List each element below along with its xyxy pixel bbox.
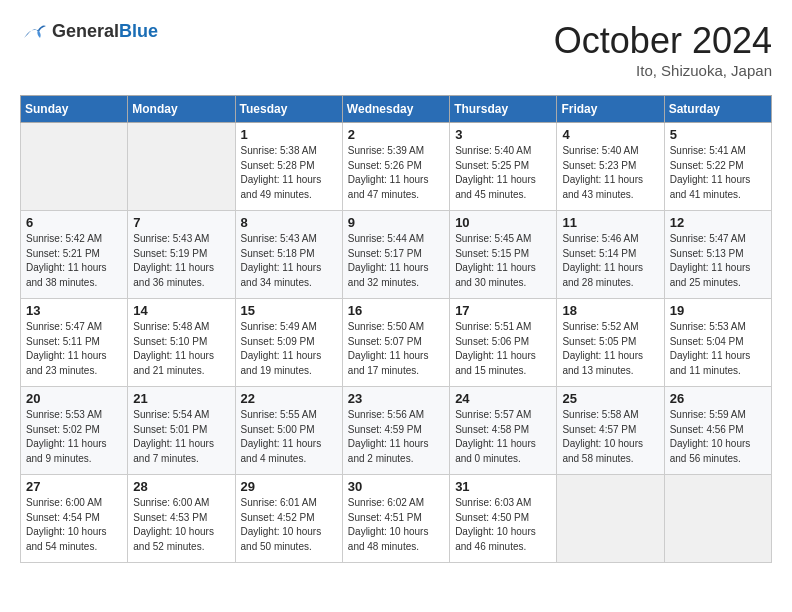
calendar-body: 1Sunrise: 5:38 AM Sunset: 5:28 PM Daylig… — [21, 123, 772, 563]
day-number: 15 — [241, 303, 337, 318]
calendar-week-row: 6Sunrise: 5:42 AM Sunset: 5:21 PM Daylig… — [21, 211, 772, 299]
calendar-header: SundayMondayTuesdayWednesdayThursdayFrid… — [21, 96, 772, 123]
calendar-cell: 2Sunrise: 5:39 AM Sunset: 5:26 PM Daylig… — [342, 123, 449, 211]
day-info: Sunrise: 5:49 AM Sunset: 5:09 PM Dayligh… — [241, 320, 337, 378]
day-info: Sunrise: 5:47 AM Sunset: 5:13 PM Dayligh… — [670, 232, 766, 290]
day-info: Sunrise: 5:43 AM Sunset: 5:19 PM Dayligh… — [133, 232, 229, 290]
calendar-cell — [664, 475, 771, 563]
calendar-cell: 6Sunrise: 5:42 AM Sunset: 5:21 PM Daylig… — [21, 211, 128, 299]
weekday-header-tuesday: Tuesday — [235, 96, 342, 123]
title-block: October 2024 Ito, Shizuoka, Japan — [554, 20, 772, 79]
calendar-cell: 8Sunrise: 5:43 AM Sunset: 5:18 PM Daylig… — [235, 211, 342, 299]
calendar-cell: 7Sunrise: 5:43 AM Sunset: 5:19 PM Daylig… — [128, 211, 235, 299]
calendar-cell: 28Sunrise: 6:00 AM Sunset: 4:53 PM Dayli… — [128, 475, 235, 563]
day-info: Sunrise: 5:38 AM Sunset: 5:28 PM Dayligh… — [241, 144, 337, 202]
day-info: Sunrise: 5:58 AM Sunset: 4:57 PM Dayligh… — [562, 408, 658, 466]
day-number: 22 — [241, 391, 337, 406]
calendar-cell — [557, 475, 664, 563]
day-info: Sunrise: 5:56 AM Sunset: 4:59 PM Dayligh… — [348, 408, 444, 466]
logo: GeneralBlue — [20, 20, 158, 42]
day-info: Sunrise: 5:51 AM Sunset: 5:06 PM Dayligh… — [455, 320, 551, 378]
day-info: Sunrise: 5:43 AM Sunset: 5:18 PM Dayligh… — [241, 232, 337, 290]
weekday-header-monday: Monday — [128, 96, 235, 123]
calendar-cell: 13Sunrise: 5:47 AM Sunset: 5:11 PM Dayli… — [21, 299, 128, 387]
weekday-header-thursday: Thursday — [450, 96, 557, 123]
page-header: GeneralBlue October 2024 Ito, Shizuoka, … — [20, 20, 772, 79]
day-number: 5 — [670, 127, 766, 142]
calendar-cell: 14Sunrise: 5:48 AM Sunset: 5:10 PM Dayli… — [128, 299, 235, 387]
day-info: Sunrise: 5:54 AM Sunset: 5:01 PM Dayligh… — [133, 408, 229, 466]
day-info: Sunrise: 6:03 AM Sunset: 4:50 PM Dayligh… — [455, 496, 551, 554]
day-info: Sunrise: 5:48 AM Sunset: 5:10 PM Dayligh… — [133, 320, 229, 378]
day-number: 25 — [562, 391, 658, 406]
calendar-cell: 22Sunrise: 5:55 AM Sunset: 5:00 PM Dayli… — [235, 387, 342, 475]
day-number: 2 — [348, 127, 444, 142]
day-number: 3 — [455, 127, 551, 142]
day-number: 30 — [348, 479, 444, 494]
day-number: 7 — [133, 215, 229, 230]
calendar-cell: 27Sunrise: 6:00 AM Sunset: 4:54 PM Dayli… — [21, 475, 128, 563]
calendar-cell: 26Sunrise: 5:59 AM Sunset: 4:56 PM Dayli… — [664, 387, 771, 475]
day-number: 24 — [455, 391, 551, 406]
day-number: 9 — [348, 215, 444, 230]
calendar-table: SundayMondayTuesdayWednesdayThursdayFrid… — [20, 95, 772, 563]
day-info: Sunrise: 5:57 AM Sunset: 4:58 PM Dayligh… — [455, 408, 551, 466]
calendar-cell — [21, 123, 128, 211]
weekday-header-wednesday: Wednesday — [342, 96, 449, 123]
day-info: Sunrise: 5:41 AM Sunset: 5:22 PM Dayligh… — [670, 144, 766, 202]
calendar-cell: 10Sunrise: 5:45 AM Sunset: 5:15 PM Dayli… — [450, 211, 557, 299]
day-number: 29 — [241, 479, 337, 494]
day-number: 12 — [670, 215, 766, 230]
calendar-cell: 15Sunrise: 5:49 AM Sunset: 5:09 PM Dayli… — [235, 299, 342, 387]
calendar-cell — [128, 123, 235, 211]
day-info: Sunrise: 5:59 AM Sunset: 4:56 PM Dayligh… — [670, 408, 766, 466]
calendar-cell: 25Sunrise: 5:58 AM Sunset: 4:57 PM Dayli… — [557, 387, 664, 475]
logo-text: GeneralBlue — [52, 21, 158, 42]
calendar-cell: 18Sunrise: 5:52 AM Sunset: 5:05 PM Dayli… — [557, 299, 664, 387]
day-number: 4 — [562, 127, 658, 142]
day-number: 31 — [455, 479, 551, 494]
day-number: 27 — [26, 479, 122, 494]
day-number: 26 — [670, 391, 766, 406]
day-number: 18 — [562, 303, 658, 318]
day-info: Sunrise: 5:45 AM Sunset: 5:15 PM Dayligh… — [455, 232, 551, 290]
day-info: Sunrise: 5:46 AM Sunset: 5:14 PM Dayligh… — [562, 232, 658, 290]
calendar-cell: 1Sunrise: 5:38 AM Sunset: 5:28 PM Daylig… — [235, 123, 342, 211]
day-number: 10 — [455, 215, 551, 230]
day-info: Sunrise: 5:50 AM Sunset: 5:07 PM Dayligh… — [348, 320, 444, 378]
calendar-location: Ito, Shizuoka, Japan — [554, 62, 772, 79]
calendar-cell: 20Sunrise: 5:53 AM Sunset: 5:02 PM Dayli… — [21, 387, 128, 475]
calendar-cell: 4Sunrise: 5:40 AM Sunset: 5:23 PM Daylig… — [557, 123, 664, 211]
logo-general: General — [52, 21, 119, 41]
calendar-week-row: 13Sunrise: 5:47 AM Sunset: 5:11 PM Dayli… — [21, 299, 772, 387]
day-number: 23 — [348, 391, 444, 406]
day-number: 20 — [26, 391, 122, 406]
calendar-title: October 2024 — [554, 20, 772, 62]
calendar-cell: 16Sunrise: 5:50 AM Sunset: 5:07 PM Dayli… — [342, 299, 449, 387]
day-info: Sunrise: 5:42 AM Sunset: 5:21 PM Dayligh… — [26, 232, 122, 290]
calendar-week-row: 27Sunrise: 6:00 AM Sunset: 4:54 PM Dayli… — [21, 475, 772, 563]
day-info: Sunrise: 5:53 AM Sunset: 5:04 PM Dayligh… — [670, 320, 766, 378]
weekday-header-saturday: Saturday — [664, 96, 771, 123]
day-number: 14 — [133, 303, 229, 318]
calendar-cell: 30Sunrise: 6:02 AM Sunset: 4:51 PM Dayli… — [342, 475, 449, 563]
day-info: Sunrise: 5:52 AM Sunset: 5:05 PM Dayligh… — [562, 320, 658, 378]
calendar-cell: 9Sunrise: 5:44 AM Sunset: 5:17 PM Daylig… — [342, 211, 449, 299]
day-info: Sunrise: 6:02 AM Sunset: 4:51 PM Dayligh… — [348, 496, 444, 554]
day-number: 8 — [241, 215, 337, 230]
calendar-cell: 31Sunrise: 6:03 AM Sunset: 4:50 PM Dayli… — [450, 475, 557, 563]
logo-bird-icon — [20, 20, 48, 42]
day-number: 6 — [26, 215, 122, 230]
calendar-cell: 19Sunrise: 5:53 AM Sunset: 5:04 PM Dayli… — [664, 299, 771, 387]
weekday-header-sunday: Sunday — [21, 96, 128, 123]
calendar-cell: 3Sunrise: 5:40 AM Sunset: 5:25 PM Daylig… — [450, 123, 557, 211]
weekday-header-friday: Friday — [557, 96, 664, 123]
calendar-cell: 23Sunrise: 5:56 AM Sunset: 4:59 PM Dayli… — [342, 387, 449, 475]
calendar-cell: 12Sunrise: 5:47 AM Sunset: 5:13 PM Dayli… — [664, 211, 771, 299]
calendar-cell: 5Sunrise: 5:41 AM Sunset: 5:22 PM Daylig… — [664, 123, 771, 211]
day-number: 13 — [26, 303, 122, 318]
calendar-cell: 29Sunrise: 6:01 AM Sunset: 4:52 PM Dayli… — [235, 475, 342, 563]
day-number: 11 — [562, 215, 658, 230]
day-info: Sunrise: 6:00 AM Sunset: 4:53 PM Dayligh… — [133, 496, 229, 554]
day-info: Sunrise: 5:47 AM Sunset: 5:11 PM Dayligh… — [26, 320, 122, 378]
